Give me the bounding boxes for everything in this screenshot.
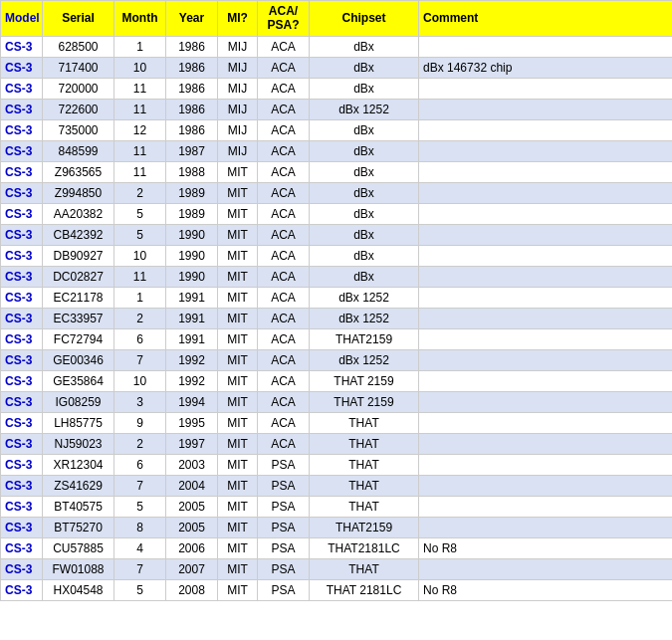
table-cell [419,203,673,224]
table-cell: 9 [114,412,166,433]
table-cell: CS-3 [1,454,43,475]
table-row: CS-3LH8577591995MITACATHAT [1,412,673,433]
table-cell: 717400 [43,57,114,78]
table-cell: LH85775 [43,412,114,433]
table-cell: MIT [218,433,258,454]
table-cell: 11 [114,78,166,99]
table-cell: No R8 [419,579,673,600]
table-cell: 1986 [166,99,218,119]
table-cell: 1991 [166,308,218,328]
table-cell: dBx 1252 [310,287,419,308]
table-cell [419,328,673,349]
table-cell: MIT [218,161,258,182]
table-cell: 1995 [166,412,218,433]
table-cell: ACA [258,287,310,308]
table-cell: 848599 [43,140,114,161]
table-cell: THAT [310,496,419,517]
table-cell: 1991 [166,328,218,349]
table-cell [419,36,673,57]
table-cell: MIT [218,412,258,433]
header-comment: Comment [419,1,673,37]
table-cell: THAT 2159 [310,370,419,391]
table-cell [419,433,673,454]
table-cell: dBx 1252 [310,308,419,328]
table-cell: 2007 [166,558,218,579]
table-cell: THAT2159 [310,517,419,537]
table-cell: 11 [114,161,166,182]
table-cell: 1991 [166,287,218,308]
header-month: Month [114,1,166,37]
table-cell: CS-3 [1,99,43,119]
table-cell: 6 [114,454,166,475]
header-serial: Serial [43,1,114,37]
table-cell: Z994850 [43,182,114,203]
table-cell: CS-3 [1,203,43,224]
table-cell: 2003 [166,454,218,475]
table-cell: CS-3 [1,496,43,517]
table-cell: CS-3 [1,328,43,349]
table-cell: dBx [310,36,419,57]
table-cell: THAT 2181LC [310,579,419,600]
table-cell: CS-3 [1,245,43,266]
table-cell: XR12304 [43,454,114,475]
table-row: CS-3BT4057552005MITPSATHAT [1,496,673,517]
table-cell: THAT [310,412,419,433]
table-cell: dBx [310,119,419,140]
table-cell [419,308,673,328]
table-cell: CS-3 [1,161,43,182]
table-cell: THAT2181LC [310,537,419,558]
table-cell: 722600 [43,99,114,119]
table-cell: dBx [310,182,419,203]
table-cell: BT40575 [43,496,114,517]
table-cell: IG08259 [43,391,114,412]
data-table: Model Serial Month Year MI? ACA/ PSA? Ch… [0,0,672,601]
table-cell: 1997 [166,433,218,454]
table-cell: 1 [114,36,166,57]
table-row: CS-3EC2117811991MITACAdBx 1252 [1,287,673,308]
table-cell [419,224,673,245]
table-cell: NJ59023 [43,433,114,454]
table-cell: CS-3 [1,370,43,391]
table-cell: ACA [258,182,310,203]
table-cell: ACA [258,328,310,349]
table-cell: MIT [218,475,258,496]
table-cell: 11 [114,266,166,287]
table-cell: ACA [258,308,310,328]
table-cell: GE00346 [43,349,114,370]
table-cell: MIT [218,579,258,600]
table-cell: 1986 [166,57,218,78]
table-cell: THAT [310,558,419,579]
table-row: CS-3EC3395721991MITACAdBx 1252 [1,308,673,328]
table-cell: 2006 [166,537,218,558]
table-cell: MIT [218,287,258,308]
table-cell: ACA [258,57,310,78]
table-cell: 1990 [166,266,218,287]
table-cell: 1988 [166,161,218,182]
table-cell: dBx [310,266,419,287]
table-cell: Z963565 [43,161,114,182]
table-cell [419,119,673,140]
table-cell: CS-3 [1,140,43,161]
table-cell [419,391,673,412]
table-cell: 720000 [43,78,114,99]
table-cell: ACA [258,119,310,140]
table-cell: PSA [258,454,310,475]
table-cell: MIT [218,454,258,475]
header-year: Year [166,1,218,37]
table-cell: CS-3 [1,537,43,558]
table-cell: CS-3 [1,433,43,454]
table-cell: 5 [114,203,166,224]
table-cell: CS-3 [1,308,43,328]
table-cell: DC02827 [43,266,114,287]
table-cell [419,412,673,433]
table-cell: PSA [258,475,310,496]
table-cell: ACA [258,433,310,454]
table-cell: 1992 [166,370,218,391]
table-cell: 2004 [166,475,218,496]
table-cell: 1987 [166,140,218,161]
table-cell: dBx [310,245,419,266]
table-cell: 5 [114,496,166,517]
table-cell: CS-3 [1,224,43,245]
table-row: CS-3722600111986MIJACAdBx 1252 [1,99,673,119]
table-cell: 1994 [166,391,218,412]
